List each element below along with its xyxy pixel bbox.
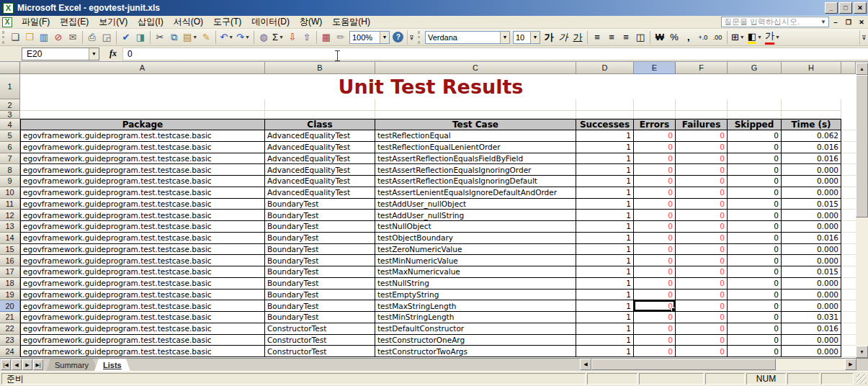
menu-item-v[interactable]: 보기(V) [94, 16, 133, 27]
new-document-button[interactable]: ❏ [8, 30, 22, 45]
toolbar-options-button[interactable]: ▪▪▼ [859, 30, 868, 45]
row-header-17[interactable]: 17 [0, 266, 20, 278]
data-cell[interactable]: testAddUser_nullObject [375, 199, 576, 210]
data-cell[interactable]: 0 [676, 210, 728, 221]
data-cell[interactable]: testReflectionEqualLenientOrder [375, 142, 576, 153]
row-header-4[interactable]: 4 [0, 119, 20, 130]
row-header-20[interactable]: 20 [0, 300, 20, 312]
research-button[interactable]: ◨ [133, 30, 148, 45]
data-cell[interactable]: testEmptyString [375, 290, 576, 301]
data-cell[interactable]: 1 [576, 266, 634, 278]
data-cell[interactable]: testZeroNumericValue [375, 244, 576, 256]
data-cell[interactable]: 0 [634, 312, 676, 323]
data-cell[interactable]: 0 [728, 255, 782, 266]
scroll-down-icon[interactable]: ▼ [856, 346, 868, 358]
data-cell[interactable]: 0 [728, 164, 782, 176]
data-cell[interactable]: egovframework.guideprogram.test.testcase… [20, 278, 265, 290]
data-cell[interactable]: egovframework.guideprogram.test.testcase… [20, 335, 265, 346]
data-cell[interactable]: AdvancedEqualityTest [265, 187, 375, 199]
data-cell[interactable]: testAssertReflectionEqualsIgnoringOrder [375, 164, 576, 176]
table-header-cell[interactable]: Skipped [728, 119, 782, 130]
data-cell[interactable]: testAssertReflectionEqualsIgnoringDefaul… [375, 176, 576, 187]
data-cell[interactable]: 0 [634, 290, 676, 301]
empty-cell[interactable] [676, 99, 728, 111]
menu-item-w[interactable]: 창(W) [295, 16, 327, 27]
data-cell[interactable]: BoundaryTest [265, 221, 375, 233]
data-cell[interactable]: 0 [634, 187, 676, 199]
data-cell[interactable]: 0.000 [782, 278, 841, 290]
data-cell[interactable]: 1 [576, 142, 634, 153]
sheet-tab-lists[interactable]: Lists [94, 359, 130, 371]
data-cell[interactable]: testConstructorOneArg [375, 335, 576, 346]
data-cell[interactable]: egovframework.guideprogram.test.testcase… [20, 130, 265, 142]
data-cell[interactable]: 0 [728, 233, 782, 244]
data-cell[interactable]: 0 [634, 244, 676, 256]
data-cell[interactable]: 0 [634, 266, 676, 278]
data-cell[interactable]: BoundaryTest [265, 255, 375, 266]
data-cell[interactable]: 1 [576, 290, 634, 301]
scroll-up-icon[interactable]: ▲ [856, 63, 868, 75]
data-cell[interactable]: 0 [676, 244, 728, 256]
data-cell[interactable]: 0 [676, 187, 728, 199]
data-cell[interactable]: 0.000 [782, 346, 841, 357]
email-button[interactable]: ✉ [66, 30, 80, 45]
align-right-button[interactable]: ≡ [619, 30, 633, 45]
italic-button[interactable]: 가 [556, 30, 571, 45]
data-cell[interactable]: 0 [634, 130, 676, 142]
data-cell[interactable]: 1 [576, 221, 634, 233]
font-size-combobox[interactable]: 10 ▼ [513, 31, 540, 44]
data-cell[interactable]: 1 [576, 323, 634, 335]
data-cell[interactable]: 0 [676, 142, 728, 153]
row-header-2[interactable]: 2 [0, 99, 20, 111]
data-cell[interactable]: BoundaryTest [265, 244, 375, 256]
sort-descending-button[interactable]: ⇧ [300, 30, 314, 45]
underline-button[interactable]: 가 [571, 30, 585, 45]
data-cell[interactable]: 0 [634, 176, 676, 187]
row-header-1[interactable]: 1 [0, 74, 20, 99]
merged-title-cell[interactable]: Unit Test Results [20, 74, 841, 99]
data-cell[interactable]: testConstructorTwoArgs [375, 346, 576, 357]
data-cell[interactable]: 0 [728, 187, 782, 199]
data-cell[interactable]: 0 [634, 221, 676, 233]
data-cell[interactable]: 0 [728, 300, 782, 312]
data-cell[interactable]: ConstructorTest [265, 335, 375, 346]
data-cell[interactable]: 1 [576, 300, 634, 312]
percent-button[interactable]: % [667, 30, 681, 45]
chart-wizard-button[interactable]: ▦ [319, 30, 334, 45]
column-header-e[interactable]: E [634, 62, 676, 74]
scroll-left-icon[interactable]: ◀ [580, 359, 591, 370]
data-cell[interactable]: 1 [576, 176, 634, 187]
horizontal-scrollbar[interactable]: ◀ ▶ [580, 359, 856, 370]
spelling-button[interactable]: ✔ [119, 30, 133, 45]
column-header-g[interactable]: G [728, 62, 782, 74]
resize-grip[interactable] [856, 374, 867, 384]
data-cell[interactable]: egovframework.guideprogram.test.testcase… [20, 266, 265, 278]
table-header-cell[interactable]: Time (s) [782, 119, 841, 130]
column-header-c[interactable]: C [375, 62, 576, 74]
data-cell[interactable]: BoundaryTest [265, 210, 375, 221]
menu-item-i[interactable]: 삽입(I) [133, 16, 168, 27]
zoom-combobox[interactable]: 100% ▼ [349, 31, 390, 44]
select-all-corner[interactable] [0, 62, 20, 74]
workbook-restore-button[interactable]: ❐ [843, 17, 854, 27]
empty-cell[interactable] [576, 99, 634, 111]
data-cell[interactable]: 0 [676, 130, 728, 142]
data-cell[interactable]: 1 [576, 210, 634, 221]
data-cell[interactable]: 0 [728, 199, 782, 210]
data-cell[interactable]: 0 [676, 153, 728, 165]
data-cell[interactable]: testMinNumericValue [375, 255, 576, 266]
data-cell[interactable]: BoundaryTest [265, 266, 375, 278]
sheet-tab-summary[interactable]: Summary [46, 359, 97, 371]
data-cell[interactable]: 1 [576, 199, 634, 210]
print-button[interactable]: ⎙ [85, 30, 99, 45]
data-cell[interactable]: AdvancedEqualityTest [265, 142, 375, 153]
data-cell[interactable]: egovframework.guideprogram.test.testcase… [20, 244, 265, 256]
data-cell[interactable]: 0.000 [782, 300, 841, 312]
data-cell[interactable]: 1 [576, 164, 634, 176]
row-header-6[interactable]: 6 [0, 142, 20, 153]
data-cell[interactable]: 0 [728, 346, 782, 357]
data-cell[interactable]: 0 [634, 142, 676, 153]
data-cell[interactable]: 0 [728, 153, 782, 165]
scroll-right-icon[interactable]: ▶ [845, 359, 856, 370]
data-cell[interactable]: 0 [728, 221, 782, 233]
